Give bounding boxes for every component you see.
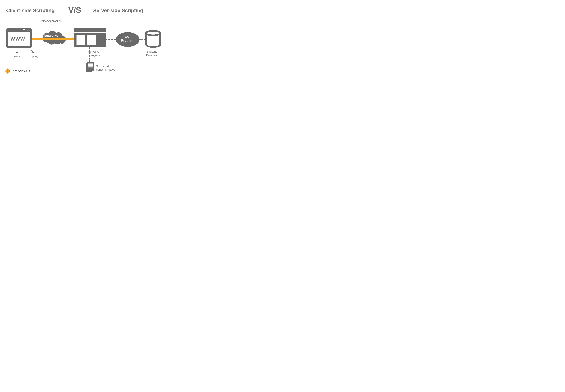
svg-line-2 <box>29 48 33 52</box>
svg-marker-1 <box>16 52 18 54</box>
server-icon <box>74 28 106 47</box>
arrow-down-icon <box>16 48 18 54</box>
logo-interviewbit: InterviewBit <box>5 68 30 74</box>
close-icon: ✕ <box>26 28 29 32</box>
label-helper-application: Helper Application <box>39 19 62 23</box>
title-server-side: Server-side Scripting <box>93 8 143 13</box>
dashed-connector <box>105 39 116 40</box>
document-stack-icon <box>86 62 95 72</box>
label-server-side-pages: Server Side Scripting Pages <box>96 64 119 71</box>
svg-marker-4 <box>31 37 75 41</box>
svg-point-5 <box>146 31 160 35</box>
label-backend-database: Backend Database <box>142 50 162 57</box>
label-cgi-program: CGI Program <box>120 35 136 42</box>
label-networks: Networks <box>44 34 58 38</box>
logo-text: InterviewBit <box>12 69 30 73</box>
label-scripting: Scripting <box>28 55 38 58</box>
database-icon <box>145 30 161 48</box>
dashed-connector <box>89 47 90 62</box>
double-arrow-icon <box>31 37 75 41</box>
title-vs: V/S <box>68 6 81 15</box>
browser-window-icon: ✕ WWW <box>6 28 32 48</box>
arrow-diagonal-icon <box>29 48 34 54</box>
label-server-api: Server API Program <box>85 50 105 57</box>
logo-icon <box>5 68 11 74</box>
title-client-side: Client-side Scripting <box>6 8 55 13</box>
svg-marker-3 <box>32 52 34 54</box>
label-browser: Browser <box>13 55 22 58</box>
minimize-icon <box>23 29 25 30</box>
label-www: WWW <box>11 36 25 42</box>
dashed-connector <box>139 39 146 40</box>
